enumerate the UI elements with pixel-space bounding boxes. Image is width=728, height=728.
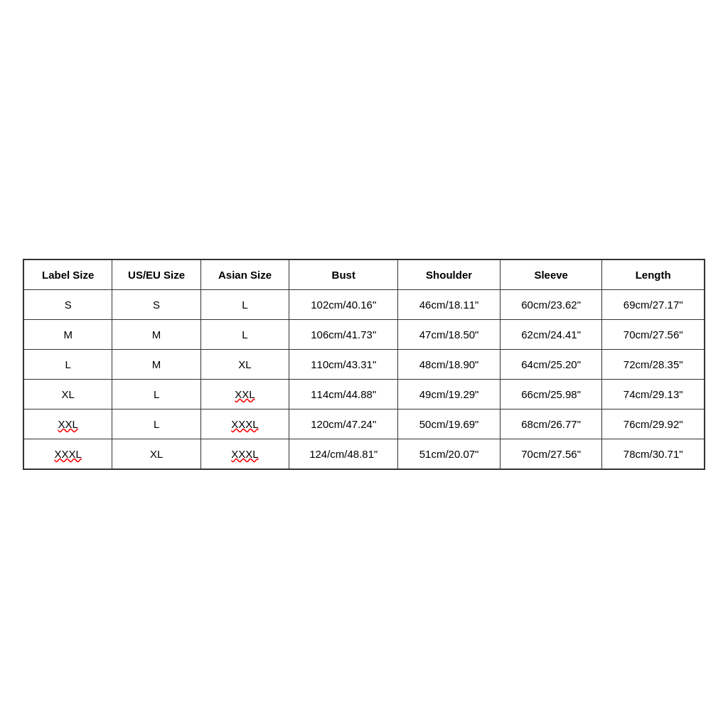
cell-label-size: XXL <box>24 409 112 439</box>
cell-label-size: XXXL <box>24 439 112 469</box>
size-chart-container: Label Size US/EU Size Asian Size Bust Sh… <box>23 259 705 470</box>
cell-sleeve: 64cm/25.20" <box>500 349 602 379</box>
table-row: MML106cm/41.73"47cm/18.50"62cm/24.41"70c… <box>24 319 705 349</box>
cell-sleeve: 60cm/23.62" <box>500 289 602 319</box>
cell-length: 74cm/29.13" <box>602 379 705 409</box>
cell-shoulder: 47cm/18.50" <box>398 319 500 349</box>
table-row: XXXLXLXXXL124/cm/48.81"51cm/20.07"70cm/2… <box>24 439 705 469</box>
cell-bust: 120cm/47.24" <box>289 409 398 439</box>
header-label-size: Label Size <box>24 259 112 289</box>
table-row: XXLLXXXL120cm/47.24"50cm/19.69"68cm/26.7… <box>24 409 705 439</box>
header-sleeve: Sleeve <box>500 259 602 289</box>
cell-useu-size: M <box>112 349 200 379</box>
cell-asian-size: L <box>200 289 289 319</box>
cell-useu-size: XL <box>112 439 200 469</box>
cell-shoulder: 46cm/18.11" <box>398 289 500 319</box>
cell-shoulder: 51cm/20.07" <box>398 439 500 469</box>
cell-asian-size: L <box>200 319 289 349</box>
table-header-row: Label Size US/EU Size Asian Size Bust Sh… <box>24 259 705 289</box>
cell-asian-size: XL <box>200 349 289 379</box>
cell-bust: 106cm/41.73" <box>289 319 398 349</box>
cell-length: 72cm/28.35" <box>602 349 705 379</box>
cell-sleeve: 68cm/26.77" <box>500 409 602 439</box>
cell-useu-size: L <box>112 379 200 409</box>
cell-bust: 110cm/43.31" <box>289 349 398 379</box>
cell-asian-size: XXXL <box>200 409 289 439</box>
header-asian-size: Asian Size <box>200 259 289 289</box>
cell-sleeve: 62cm/24.41" <box>500 319 602 349</box>
cell-label-size: M <box>24 319 112 349</box>
header-length: Length <box>602 259 705 289</box>
cell-asian-size: XXXL <box>200 439 289 469</box>
cell-length: 78cm/30.71" <box>602 439 705 469</box>
cell-label-size: L <box>24 349 112 379</box>
cell-sleeve: 70cm/27.56" <box>500 439 602 469</box>
cell-useu-size: L <box>112 409 200 439</box>
cell-length: 70cm/27.56" <box>602 319 705 349</box>
cell-asian-size: XXL <box>200 379 289 409</box>
header-bust: Bust <box>289 259 398 289</box>
header-shoulder: Shoulder <box>398 259 500 289</box>
cell-bust: 124/cm/48.81" <box>289 439 398 469</box>
cell-sleeve: 66cm/25.98" <box>500 379 602 409</box>
cell-useu-size: S <box>112 289 200 319</box>
table-row: XLLXXL114cm/44.88"49cm/19.29"66cm/25.98"… <box>24 379 705 409</box>
cell-label-size: S <box>24 289 112 319</box>
cell-useu-size: M <box>112 319 200 349</box>
cell-bust: 102cm/40.16" <box>289 289 398 319</box>
header-useu-size: US/EU Size <box>112 259 200 289</box>
cell-length: 69cm/27.17" <box>602 289 705 319</box>
table-row: LMXL110cm/43.31"48cm/18.90"64cm/25.20"72… <box>24 349 705 379</box>
cell-length: 76cm/29.92" <box>602 409 705 439</box>
table-row: SSL102cm/40.16"46cm/18.11"60cm/23.62"69c… <box>24 289 705 319</box>
cell-label-size: XL <box>24 379 112 409</box>
cell-shoulder: 50cm/19.69" <box>398 409 500 439</box>
size-chart-table: Label Size US/EU Size Asian Size Bust Sh… <box>23 259 705 469</box>
cell-shoulder: 49cm/19.29" <box>398 379 500 409</box>
cell-bust: 114cm/44.88" <box>289 379 398 409</box>
cell-shoulder: 48cm/18.90" <box>398 349 500 379</box>
